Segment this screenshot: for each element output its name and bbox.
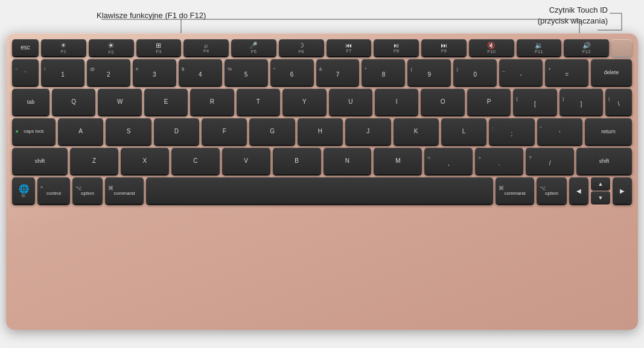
- key-l[interactable]: L: [441, 118, 486, 145]
- key-x[interactable]: X: [121, 148, 169, 174]
- key-f[interactable]: F: [202, 118, 247, 145]
- num-key-row: ~` !1 @2 #3 $4 %5 ^6: [12, 59, 632, 86]
- key-comma[interactable]: <,: [424, 148, 473, 174]
- key-arrow-right[interactable]: ▶: [613, 177, 632, 204]
- annotation-area: Klawisze funkcyjne (F1 do F12) Czytnik T…: [0, 0, 644, 348]
- keyboard-wrapper: esc ☀F1 ☀F2 ⊞F3 ⌕F4 🎤F5 ☽F6 ⏮F7 ⏯F8 ⏭F9 …: [6, 33, 638, 330]
- key-f4[interactable]: ⌕F4: [183, 39, 229, 56]
- key-e[interactable]: E: [144, 89, 188, 115]
- key-option-right[interactable]: ⌥ option: [537, 177, 567, 204]
- key-slash[interactable]: ?/: [526, 148, 574, 174]
- key-m[interactable]: M: [374, 148, 422, 174]
- key-2[interactable]: @2: [87, 59, 130, 86]
- key-a[interactable]: A: [58, 118, 103, 145]
- key-f7[interactable]: ⏮F7: [327, 39, 372, 56]
- key-8[interactable]: *8: [362, 59, 405, 86]
- key-arrow-left[interactable]: ◀: [569, 177, 588, 204]
- key-command-right[interactable]: ⌘ command: [496, 177, 534, 204]
- bottom-row: 🌐 fn ^ control ⌥ option ⌘ command ⌘: [12, 177, 632, 204]
- key-lbracket[interactable]: {[: [513, 89, 556, 115]
- key-q[interactable]: Q: [52, 89, 95, 115]
- qwerty-row: tab Q W E R T Y U I O P {[ }] |\: [12, 89, 632, 115]
- key-arrow-down[interactable]: ▼: [591, 191, 610, 204]
- key-f2[interactable]: ☀F2: [89, 39, 134, 56]
- keyboard: esc ☀F1 ☀F2 ⊞F3 ⌕F4 🎤F5 ☽F6 ⏮F7 ⏯F8 ⏭F9 …: [6, 33, 638, 330]
- key-touch-id[interactable]: [611, 39, 632, 56]
- key-period[interactable]: >.: [475, 148, 523, 174]
- key-0[interactable]: )0: [453, 59, 497, 86]
- key-f6[interactable]: ☽F6: [279, 39, 324, 56]
- key-v[interactable]: V: [222, 148, 270, 174]
- key-option-left[interactable]: ⌥ option: [72, 177, 103, 204]
- key-s[interactable]: S: [106, 118, 151, 145]
- key-t[interactable]: T: [237, 89, 280, 115]
- key-w[interactable]: W: [98, 89, 141, 115]
- key-rbracket[interactable]: }]: [560, 89, 603, 115]
- key-shift-right[interactable]: shift: [576, 148, 632, 174]
- key-f3[interactable]: ⊞F3: [136, 39, 182, 56]
- key-shift-left[interactable]: shift: [12, 148, 68, 174]
- key-tab[interactable]: tab: [12, 89, 49, 115]
- key-return[interactable]: return: [585, 118, 632, 145]
- key-minus[interactable]: _-: [499, 59, 543, 86]
- key-h[interactable]: H: [298, 118, 343, 145]
- key-7[interactable]: &7: [316, 59, 360, 86]
- key-caps-lock[interactable]: caps lock: [12, 118, 56, 145]
- touchid-label: Czytnik Touch ID (przycisk włączania): [538, 5, 608, 27]
- key-f11[interactable]: 🔉F11: [517, 39, 562, 56]
- key-f1[interactable]: ☀F1: [41, 39, 86, 56]
- key-f9[interactable]: ⏭F9: [421, 39, 467, 56]
- key-d[interactable]: D: [154, 118, 199, 145]
- key-command-left[interactable]: ⌘ command: [105, 177, 144, 204]
- key-9[interactable]: (9: [407, 59, 451, 86]
- key-g[interactable]: G: [249, 118, 295, 145]
- key-y[interactable]: Y: [282, 89, 326, 115]
- key-p[interactable]: P: [467, 89, 511, 115]
- asdf-row: caps lock A S D F G H J K L :; "' return: [12, 118, 632, 145]
- key-esc[interactable]: esc: [12, 39, 39, 56]
- key-b[interactable]: B: [273, 148, 321, 174]
- key-equals[interactable]: +=: [545, 59, 588, 86]
- key-fn[interactable]: 🌐 fn: [12, 177, 35, 204]
- key-k[interactable]: K: [394, 118, 439, 145]
- key-control[interactable]: ^ control: [37, 177, 70, 204]
- key-backslash[interactable]: |\: [605, 89, 632, 115]
- fkeys-label: Klawisze funkcyjne (F1 do F12): [97, 11, 206, 20]
- key-4[interactable]: $4: [179, 59, 222, 86]
- key-5[interactable]: %5: [225, 59, 268, 86]
- key-1[interactable]: !1: [41, 59, 84, 86]
- key-backtick[interactable]: ~`: [12, 59, 39, 86]
- key-3[interactable]: #3: [133, 59, 176, 86]
- zxcv-row: shift Z X C V B N M <, >. ?/ shift: [12, 148, 632, 174]
- key-space[interactable]: [146, 177, 493, 204]
- key-f8[interactable]: ⏯F8: [374, 39, 419, 56]
- key-semicolon[interactable]: :;: [489, 118, 534, 145]
- key-f5[interactable]: 🎤F5: [231, 39, 276, 56]
- key-c[interactable]: C: [171, 148, 220, 174]
- key-z[interactable]: Z: [70, 148, 118, 174]
- fn-key-row: esc ☀F1 ☀F2 ⊞F3 ⌕F4 🎤F5 ☽F6 ⏮F7 ⏯F8 ⏭F9 …: [12, 39, 632, 56]
- key-arrow-up-down-group: ▲ ▼: [591, 177, 610, 204]
- key-f10[interactable]: 🔇F10: [469, 39, 514, 56]
- key-o[interactable]: O: [421, 89, 464, 115]
- key-j[interactable]: J: [345, 118, 391, 145]
- key-r[interactable]: R: [190, 89, 234, 115]
- key-f12[interactable]: 🔊F12: [564, 39, 609, 56]
- key-quote[interactable]: "': [537, 118, 582, 145]
- key-i[interactable]: I: [375, 89, 418, 115]
- key-6[interactable]: ^6: [270, 59, 314, 86]
- key-n[interactable]: N: [324, 148, 372, 174]
- key-arrow-up[interactable]: ▲: [591, 177, 610, 190]
- key-u[interactable]: U: [329, 89, 372, 115]
- key-delete[interactable]: delete: [591, 59, 632, 86]
